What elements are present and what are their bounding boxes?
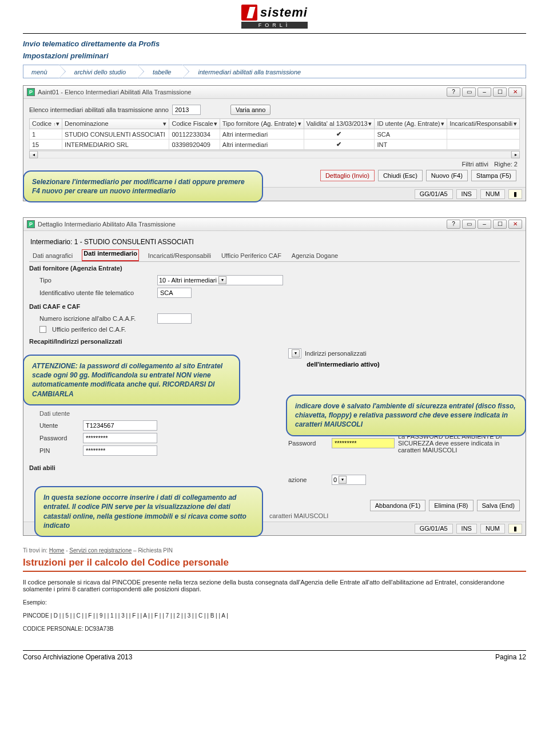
app-icon: P bbox=[27, 88, 35, 96]
tab-dati-anagrafici[interactable]: Dati anagrafici bbox=[31, 249, 74, 261]
nuovo-button[interactable]: Nuovo (F4) bbox=[426, 170, 468, 181]
num-iscr-label: Numero iscrizione all'albo C.A.A.F. bbox=[39, 315, 154, 322]
status-num: NUM bbox=[480, 189, 505, 199]
utente-input[interactable] bbox=[83, 420, 157, 431]
close-icon[interactable]: ✕ bbox=[508, 87, 522, 97]
horizontal-scrollbar[interactable]: ◂▸ bbox=[29, 150, 520, 158]
chevron-down-icon: ▾ bbox=[292, 349, 300, 357]
id-file-input[interactable] bbox=[157, 288, 192, 298]
indirizzi-select[interactable]: ▾ bbox=[288, 348, 301, 359]
elimina-button[interactable]: Elimina (F8) bbox=[429, 500, 473, 511]
col-cf[interactable]: Codice Fiscale▾ bbox=[169, 119, 220, 129]
section-dati-utente: Dati utente bbox=[39, 407, 271, 418]
pin-input[interactable] bbox=[83, 445, 157, 456]
web-pincode: PINCODE | D | | 5 | | C | | F | | 9 | | … bbox=[23, 612, 526, 619]
check-icon: ✔ bbox=[304, 129, 375, 140]
tab-incaricati[interactable]: Incaricati/Responsabili bbox=[147, 249, 212, 261]
breadcrumb-item: menù bbox=[23, 65, 59, 78]
attivo-label: dell'intermediario attivo) bbox=[307, 361, 379, 368]
table-row[interactable]: 15INTERMEDIARIO SRL03398920409Altri inte… bbox=[30, 140, 520, 150]
breadcrumb-item: tabelle bbox=[138, 65, 183, 78]
web-codice-personale: CODICE PERSONALE: DC93A73B bbox=[23, 626, 526, 632]
check-icon: ✔ bbox=[304, 140, 375, 150]
ufficio-periferico-checkbox[interactable] bbox=[39, 326, 46, 333]
chiudi-button[interactable]: Chiudi (Esc) bbox=[378, 170, 423, 181]
web-nav-home[interactable]: Home bbox=[49, 547, 65, 554]
col-tipo[interactable]: Tipo fornitore (Ag. Entrate)▾ bbox=[220, 119, 304, 129]
col-incaricati[interactable]: Incaricati/Responsabili▾ bbox=[447, 119, 520, 129]
breadcrumb-item: archivi dello studio bbox=[59, 65, 138, 78]
varia-anno-button[interactable]: Varia anno bbox=[230, 105, 270, 115]
indirizzi-pers-label: Indirizzi personalizzati bbox=[305, 350, 367, 357]
header-logo: sistemi FORLÌ bbox=[23, 0, 526, 34]
status-indicator-icon: ▮ bbox=[508, 524, 522, 534]
footer-page: Pagina 12 bbox=[495, 653, 526, 661]
password-input[interactable] bbox=[83, 433, 157, 443]
section-dati-caaf: Dati CAAF e CAF bbox=[29, 300, 520, 311]
scroll-left-icon: ◂ bbox=[29, 151, 38, 158]
status-num: NUM bbox=[480, 524, 505, 534]
col-codice[interactable]: Codice ↑ ▾ bbox=[30, 119, 62, 129]
col-denominazione[interactable]: Denominazione▾ bbox=[62, 119, 169, 129]
callout-ambiente-sicurezza: indicare dove è salvato l'ambiente di si… bbox=[286, 395, 526, 436]
righe-count: Righe: 2 bbox=[494, 161, 518, 168]
callout-dati-collegamento: In questa sezione occorre inserire i dat… bbox=[34, 486, 263, 537]
status-date: GG/01/A5 bbox=[415, 524, 453, 534]
footer-course: Corso Archiviazione Operativa 2013 bbox=[23, 653, 132, 661]
tab-dati-intermediario[interactable]: Dati intermediario bbox=[82, 249, 139, 261]
section-dati-fornitore: Dati fornitore (Agenzia Entrate) bbox=[29, 262, 520, 273]
status-ins: INS bbox=[456, 524, 477, 534]
azione-label: azione bbox=[288, 476, 328, 483]
dettaglio-button[interactable]: Dettaglio (Invio) bbox=[320, 170, 375, 181]
amb-password-input[interactable] bbox=[332, 438, 395, 448]
status-indicator-icon: ▮ bbox=[508, 189, 522, 199]
abbandona-button[interactable]: Abbandona (F1) bbox=[370, 500, 426, 511]
minimize-icon[interactable]: – bbox=[478, 87, 491, 97]
password-label: Password bbox=[39, 435, 79, 441]
anno-label: Elenco intermediari abilitati alla trasm… bbox=[29, 106, 169, 113]
col-validita[interactable]: Validita' al 13/03/2013▾ bbox=[304, 119, 375, 129]
tab-ufficio-caf[interactable]: Ufficio Periferico CAF bbox=[220, 249, 283, 261]
id-file-label: Identificativo utente file telematico bbox=[39, 289, 154, 296]
amb-password-label: Password bbox=[288, 440, 328, 447]
maiuscoli-note: caratteri MAIUSCOLI bbox=[269, 512, 328, 519]
window-title: Dettaglio Intermediario Abilitato Alla T… bbox=[38, 221, 176, 228]
num-iscr-input[interactable] bbox=[157, 313, 192, 324]
section-dati-abil: Dati abili bbox=[29, 461, 520, 472]
chevron-down-icon: ▾ bbox=[218, 276, 226, 284]
web-nav-servizi[interactable]: Servizi con registrazione bbox=[69, 547, 132, 554]
breadcrumb-item: intermediari abilitati alla trasmissione bbox=[183, 65, 526, 78]
heading-main: Invio telematico direttamente da Profis bbox=[23, 39, 526, 48]
help-icon[interactable]: ? bbox=[447, 220, 460, 229]
callout-password-entratel: ATTENZIONE: la password di collegamento … bbox=[23, 355, 240, 405]
logo-icon bbox=[241, 5, 257, 21]
col-idutente[interactable]: ID utente (Ag. Entrate)▾ bbox=[375, 119, 447, 129]
ufficio-periferico-label: Ufficio periferico del C.A.F. bbox=[52, 326, 126, 333]
web-esempio-label: Esempio: bbox=[23, 599, 526, 606]
restore-icon[interactable]: ▭ bbox=[462, 220, 476, 229]
table-row[interactable]: 1STUDIO CONSULENTI ASSOCIATI00112233034A… bbox=[30, 129, 520, 140]
salva-button[interactable]: Salva (End) bbox=[477, 500, 520, 511]
utente-label: Utente bbox=[39, 422, 79, 429]
stampa-button[interactable]: Stampa (F5) bbox=[471, 170, 516, 181]
maximize-icon[interactable]: ☐ bbox=[493, 87, 507, 97]
intermediario-header: Intermediario: 1 - STUDIO CONSULENTI ASS… bbox=[29, 234, 520, 249]
status-ins: INS bbox=[456, 189, 477, 199]
minimize-icon[interactable]: – bbox=[478, 220, 491, 229]
restore-icon[interactable]: ▭ bbox=[462, 87, 476, 97]
chevron-down-icon: ▾ bbox=[339, 476, 347, 484]
tab-agenzia-dogane[interactable]: Agenzia Dogane bbox=[291, 249, 339, 261]
pin-label: PIN bbox=[39, 447, 79, 454]
help-icon[interactable]: ? bbox=[447, 87, 460, 97]
tipo-label: Tipo bbox=[39, 277, 154, 284]
azione-select[interactable]: 0▾ bbox=[332, 475, 366, 485]
filtri-label: Filtri attivi bbox=[462, 161, 488, 168]
logo-brand: sistemi bbox=[260, 5, 308, 19]
anno-input[interactable] bbox=[172, 105, 201, 115]
callout-select-intermediario: Selezionare l'intermediario per modifica… bbox=[23, 170, 263, 202]
close-icon[interactable]: ✕ bbox=[508, 220, 522, 229]
scroll-right-icon: ▸ bbox=[511, 151, 520, 158]
maximize-icon[interactable]: ☐ bbox=[493, 220, 507, 229]
heading-sub: Impostazioni preliminari bbox=[23, 51, 526, 60]
tipo-select[interactable]: 10 - Altri intermediari▾ bbox=[157, 275, 283, 285]
